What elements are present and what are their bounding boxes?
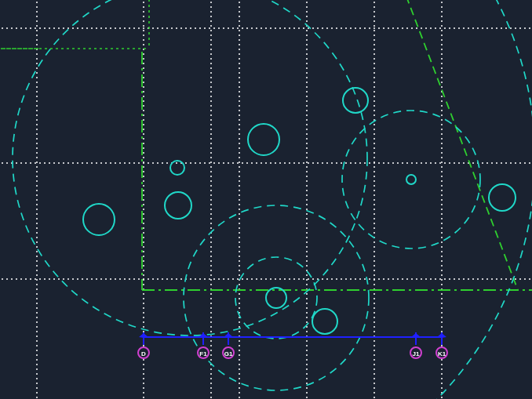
dimension-marker-d[interactable]: D bbox=[137, 346, 150, 359]
geometry-circle bbox=[343, 88, 368, 113]
construction-circle-dashed bbox=[0, 0, 532, 399]
dimension-marker-j1[interactable]: J1 bbox=[410, 346, 422, 359]
geometry-circle bbox=[165, 192, 191, 219]
geometry-circle bbox=[406, 175, 416, 184]
dimension-arrow-icon bbox=[437, 333, 446, 338]
green-construction-layer bbox=[0, 0, 532, 290]
dimension-arrow-icon bbox=[224, 333, 233, 338]
geometry-circle bbox=[266, 288, 286, 308]
dimension-arrow-icon bbox=[411, 333, 421, 338]
cyan-geometry-layer bbox=[0, 0, 532, 399]
green-diagonal bbox=[402, 0, 518, 290]
dimension-layer bbox=[139, 332, 446, 345]
construction-circle-dashed bbox=[13, 0, 367, 336]
construction-circle-dashed bbox=[342, 111, 480, 248]
dimension-marker-g1[interactable]: G1 bbox=[222, 346, 235, 359]
construction-circle-dashed bbox=[235, 257, 317, 339]
grid-layer bbox=[0, 0, 532, 399]
dimension-marker-f1[interactable]: F1 bbox=[197, 346, 210, 359]
cad-drawing-canvas bbox=[0, 0, 532, 399]
geometry-circle bbox=[489, 184, 516, 211]
dimension-arrow-icon bbox=[139, 333, 148, 338]
geometry-circle bbox=[248, 124, 279, 155]
geometry-circle bbox=[312, 309, 337, 334]
geometry-circle bbox=[83, 204, 115, 235]
dimension-marker-k1[interactable]: K1 bbox=[435, 346, 448, 359]
